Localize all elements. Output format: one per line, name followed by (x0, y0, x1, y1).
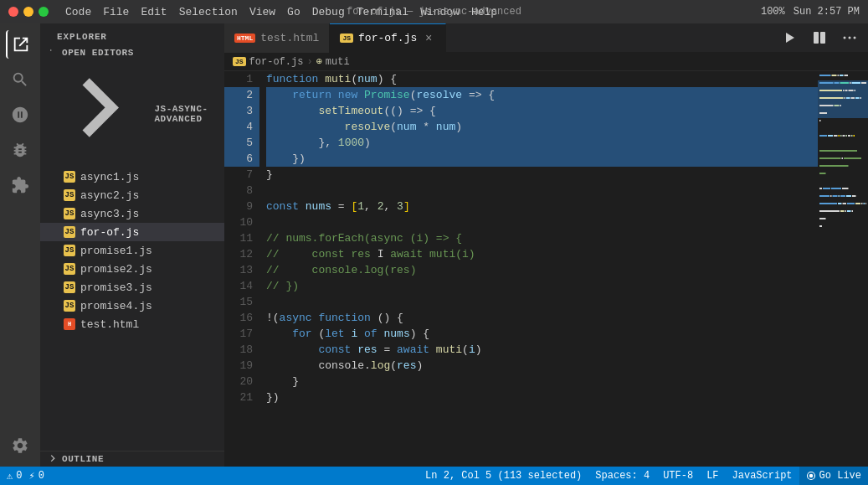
token-punc: ) (475, 342, 482, 358)
file-name: test.html (80, 318, 139, 331)
code-line-6: }) (266, 151, 818, 167)
activity-bar-bottom (6, 431, 34, 467)
menu-edit[interactable]: Edit (141, 6, 167, 18)
token-punc: ( (390, 119, 397, 135)
error-count[interactable]: 0 (16, 470, 22, 482)
encoding[interactable]: UTF-8 (656, 467, 700, 485)
split-editor-button[interactable] (808, 26, 831, 49)
js-file-icon: JS (64, 245, 75, 256)
title-bar-right: 100% Sun 2:57 PM (761, 6, 860, 18)
token-punc: () (390, 103, 403, 119)
line-number-13: 13 (224, 262, 259, 278)
token-punc: , (383, 199, 397, 214)
token-num: 1 (357, 199, 364, 214)
code-line-20: } (266, 374, 818, 390)
line-number-19: 19 (224, 358, 259, 374)
svg-rect-1 (820, 32, 825, 44)
file-item-promise4js[interactable]: JSpromise4.js (40, 297, 224, 315)
more-actions-button[interactable] (838, 26, 861, 49)
token-kw: function (318, 310, 370, 326)
line-number-10: 10 (224, 214, 259, 230)
file-name: promise4.js (80, 300, 152, 312)
status-right: Ln 2, Col 5 (113 selected) Spaces: 4 UTF… (419, 467, 868, 485)
menu-file[interactable]: File (103, 6, 129, 18)
error-icon: ⚠ (7, 470, 13, 482)
outline-section[interactable]: OUTLINE (40, 451, 224, 467)
tab-for-of-js[interactable]: JS for-of.js × (330, 23, 446, 53)
token-punc: () { (371, 310, 403, 326)
breadcrumb-js-icon: JS (233, 57, 246, 66)
minimap[interactable] (818, 71, 868, 467)
code-line-11: // nums.forEach(async (i) => { (266, 230, 818, 246)
eol[interactable]: LF (700, 467, 725, 485)
activity-search[interactable] (6, 65, 34, 94)
file-item-testhtml[interactable]: Htest.html (40, 315, 224, 333)
spaces[interactable]: Spaces: 4 (588, 467, 656, 485)
line-number-17: 17 (224, 326, 259, 342)
go-live-button[interactable]: Go Live (799, 467, 868, 485)
sidebar-title: EXPLORER (40, 23, 224, 45)
menu-selection[interactable]: Selection (179, 6, 238, 18)
file-item-for-ofjs[interactable]: JSfor-of.js (40, 223, 224, 241)
file-item-async2js[interactable]: JSasync2.js (40, 186, 224, 204)
line-number-12: 12 (224, 246, 259, 262)
menu-view[interactable]: View (249, 6, 275, 18)
activity-settings[interactable] (6, 431, 34, 460)
activity-debug[interactable] (6, 136, 34, 164)
status-bar: ⚠ 0 ⚡ 0 Ln 2, Col 5 (113 selected) Space… (0, 467, 868, 485)
file-item-async3js[interactable]: JSasync3.js (40, 204, 224, 223)
js-file-icon: JS (64, 281, 75, 293)
file-item-promise2js[interactable]: JSpromise2.js (40, 260, 224, 278)
menu-debug[interactable]: Debug (312, 6, 345, 18)
token-param: i (351, 326, 357, 342)
svg-point-4 (854, 37, 856, 39)
breadcrumb-file[interactable]: for-of.js (249, 56, 304, 68)
file-item-promise3js[interactable]: JSpromise3.js (40, 278, 224, 297)
token-param: num (397, 119, 416, 135)
token-kw: of (357, 326, 383, 342)
token-param: num (436, 119, 455, 135)
activity-source-control[interactable] (6, 101, 34, 129)
token-kw: return (266, 87, 338, 103)
language[interactable]: JavaScript (726, 467, 799, 485)
menu-code[interactable]: Code (65, 6, 91, 18)
js-file-icon: JS (64, 300, 75, 312)
token-num: 2 (378, 199, 384, 214)
line-number-15: 15 (224, 294, 259, 310)
code-area[interactable]: function muti(num) {💡 return new Promise… (266, 71, 818, 467)
breadcrumb-icon-fn: ⊕ (316, 55, 322, 68)
line-number-14: 14 (224, 278, 259, 294)
js-async-header[interactable]: JS-ASYNC-ADVANCED (40, 60, 224, 168)
token-plain: I (378, 246, 384, 262)
token-punc: ( (410, 87, 417, 103)
token-num: 1000 (338, 135, 364, 151)
token-punc: ( (462, 342, 469, 358)
tab-test-html[interactable]: HTML test.html (224, 23, 330, 53)
token-op: = (378, 342, 397, 358)
code-line-3: setTimeout(() => { (266, 103, 818, 119)
close-button[interactable] (8, 7, 18, 17)
file-name: promise2.js (80, 263, 152, 276)
breadcrumb-symbol[interactable]: muti (326, 56, 350, 68)
js-file-icon: JS (64, 208, 75, 219)
cursor-position[interactable]: Ln 2, Col 5 (113 selected) (419, 467, 588, 485)
token-arrow: => (462, 87, 488, 103)
svg-point-3 (849, 37, 851, 39)
tab-close-button[interactable]: × (422, 32, 435, 45)
file-item-async1js[interactable]: JSasync1.js (40, 168, 224, 186)
run-button[interactable] (778, 26, 801, 49)
open-editors-header[interactable]: OPEN EDITORS (40, 45, 224, 60)
activity-explorer[interactable] (6, 30, 34, 59)
maximize-button[interactable] (39, 7, 49, 17)
title-bar: Code File Edit Selection View Go Debug T… (0, 0, 868, 23)
line-number-6: 6 (224, 151, 259, 167)
token-param: i (469, 342, 475, 358)
token-type: Promise (364, 87, 410, 103)
token-punc: !( (266, 310, 280, 326)
file-item-promise1js[interactable]: JSpromise1.js (40, 241, 224, 260)
menu-go[interactable]: Go (287, 6, 300, 18)
warning-count[interactable]: 0 (39, 470, 44, 482)
minimize-button[interactable] (23, 7, 33, 17)
token-punc: } (266, 167, 273, 183)
activity-extensions[interactable] (6, 171, 34, 199)
